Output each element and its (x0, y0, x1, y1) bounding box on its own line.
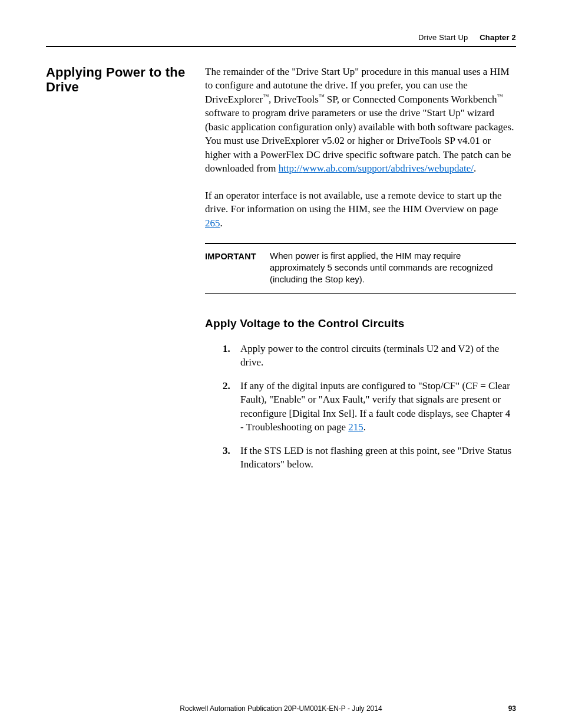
important-callout: IMPORTANT When power is first applied, t… (205, 243, 516, 294)
trademark-symbol: ™ (497, 93, 503, 100)
step-2: If any of the digital inputs are configu… (205, 379, 516, 434)
header-section: Drive Start Up (418, 33, 468, 42)
page-ref-link[interactable]: 215 (348, 421, 363, 433)
page-footer: Rockwell Automation Publication 20P-UM00… (46, 704, 516, 713)
step-text: Apply power to the control circuits (ter… (240, 343, 499, 368)
step-text: If any of the digital inputs are configu… (240, 380, 510, 433)
running-header: Drive Start Up Chapter 2 (46, 33, 516, 42)
subheading: Apply Voltage to the Control Circuits (205, 316, 516, 331)
paragraph-him: If an operator interface is not availabl… (205, 189, 516, 230)
steps-list: Apply power to the control circuits (ter… (205, 342, 516, 472)
text: , DriveTools (269, 94, 319, 105)
step-1: Apply power to the control circuits (ter… (205, 342, 516, 370)
link-text: www.ab.com/support/abdrives/webupdate/ (302, 163, 474, 174)
patch-download-link[interactable]: http://www.ab.com/support/abdrives/webup… (279, 163, 474, 174)
link-text: http:// (279, 163, 303, 174)
body-column: The remainder of the "Drive Start Up" pr… (205, 65, 516, 481)
step-text: If the STS LED is not flashing green at … (240, 445, 511, 470)
page: Drive Start Up Chapter 2 Applying Power … (0, 0, 562, 728)
text: If an operator interface is not availabl… (205, 190, 502, 215)
paragraph-intro: The remainder of the "Drive Start Up" pr… (205, 65, 516, 176)
trademark-symbol: ™ (263, 93, 269, 100)
trademark-symbol: ™ (319, 93, 325, 100)
text: . (220, 218, 223, 229)
step-3: If the STS LED is not flashing green at … (205, 444, 516, 472)
step-text: . (363, 421, 366, 433)
text: SP, or Connected Components Workbench (325, 94, 497, 105)
important-label: IMPORTANT (205, 250, 270, 286)
important-text: When power is first applied, the HIM may… (270, 250, 516, 286)
section-heading: Applying Power to the Drive (46, 65, 202, 95)
header-chapter: Chapter 2 (480, 33, 516, 42)
publication-id: Rockwell Automation Publication 20P-UM00… (70, 704, 492, 713)
header-rule (46, 46, 516, 47)
text: . (474, 163, 476, 174)
page-number: 93 (492, 704, 516, 713)
page-ref-link[interactable]: 265 (205, 218, 220, 229)
